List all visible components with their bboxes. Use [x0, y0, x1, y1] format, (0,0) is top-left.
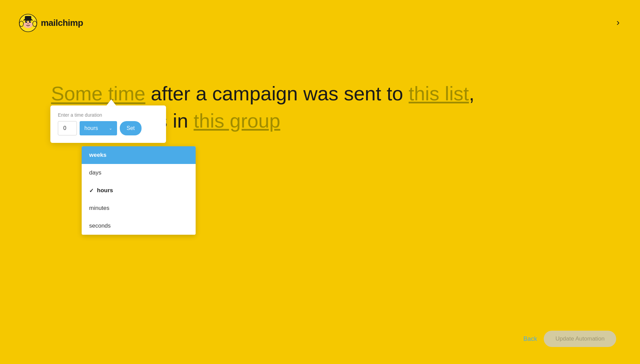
dropdown-item-weeks[interactable]: weeks	[82, 146, 196, 164]
svg-point-6	[26, 21, 27, 22]
this-group-link[interactable]: this group	[194, 110, 280, 132]
header: mailchimp	[19, 14, 83, 32]
set-button[interactable]: Set	[120, 121, 142, 135]
after-campaign-text: after a campaign was sent to	[145, 82, 409, 104]
popup-inputs: hours ⌄ Set	[58, 121, 159, 135]
svg-point-2	[33, 21, 37, 27]
svg-rect-9	[25, 16, 31, 21]
some-time-text: Some time	[51, 82, 145, 104]
unit-select-button[interactable]: hours ⌄	[80, 121, 117, 135]
dropdown-item-days[interactable]: days	[82, 164, 196, 182]
svg-point-1	[19, 21, 23, 27]
chevron-right-icon[interactable]: ›	[617, 17, 620, 28]
chevron-down-icon: ⌄	[109, 126, 112, 131]
svg-point-3	[24, 21, 33, 28]
this-list-link[interactable]: this list	[409, 82, 469, 104]
update-automation-button[interactable]: Update Automation	[544, 331, 616, 347]
svg-point-8	[27, 23, 29, 24]
dropdown-item-weeks-label: weeks	[89, 152, 106, 159]
svg-point-5	[29, 21, 31, 23]
popup-label: Enter a time duration	[58, 112, 159, 118]
check-icon: ✓	[89, 187, 94, 194]
dropdown-item-minutes[interactable]: minutes	[82, 199, 196, 217]
dropdown-item-seconds-label: seconds	[89, 222, 111, 229]
duration-number-input[interactable]	[58, 121, 77, 135]
bottom-actions: Back Update Automation	[523, 331, 616, 347]
back-button[interactable]: Back	[523, 335, 537, 343]
dropdown-item-hours[interactable]: ✓ hours	[82, 182, 196, 199]
svg-point-4	[25, 21, 27, 23]
mailchimp-logo-icon	[19, 14, 37, 32]
sentence-line-1: Some time after a campaign was sent to t…	[51, 82, 589, 105]
time-duration-popup: Enter a time duration hours ⌄ Set	[50, 105, 166, 143]
dropdown-item-hours-label: hours	[97, 187, 113, 194]
svg-point-7	[30, 21, 31, 22]
unit-label: hours	[84, 125, 98, 131]
dropdown-item-days-label: days	[89, 169, 101, 176]
brand-name: mailchimp	[41, 18, 83, 28]
comma-text: ,	[469, 82, 474, 104]
unit-dropdown-menu: weeks days ✓ hours minutes seconds	[82, 146, 196, 235]
dropdown-item-seconds[interactable]: seconds	[82, 217, 196, 235]
dropdown-item-minutes-label: minutes	[89, 205, 110, 212]
